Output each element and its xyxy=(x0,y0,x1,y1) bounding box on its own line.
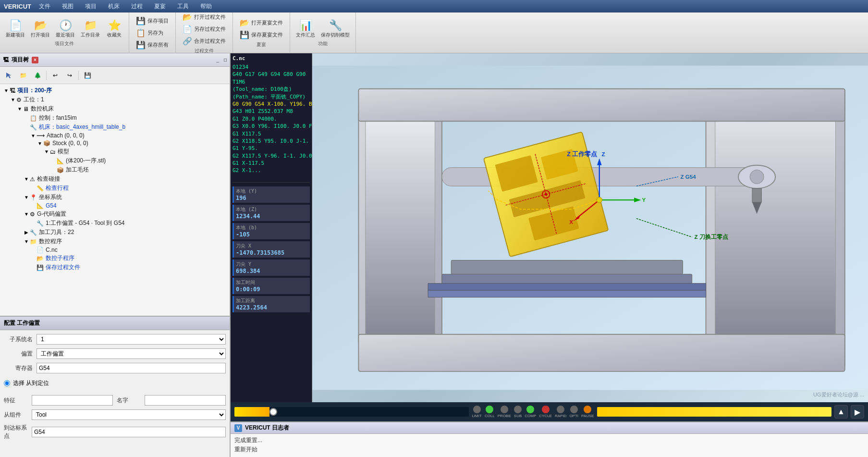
to-input[interactable] xyxy=(32,427,226,437)
from-label: 从组件 xyxy=(4,411,28,419)
save-process-icon: 📄 xyxy=(183,25,192,34)
xia-buttons: 📂 打开夏宴文件 💾 保存夏宴文件 xyxy=(237,17,286,40)
limit-indicator[interactable]: LIMIT xyxy=(472,406,481,418)
save-process-button[interactable]: 📄 另存过程文件 xyxy=(180,24,229,35)
nc-line-0: O1234 xyxy=(232,63,310,71)
tree-item-machine[interactable]: 🔧 机床：basic_4axes_hmill_table_b xyxy=(2,123,228,132)
tree-item-nc-prog[interactable]: ▼ 📁 数控程序 xyxy=(2,237,228,246)
tree-item-g54[interactable]: 📐 G54 xyxy=(2,202,228,210)
tree-item-cnc[interactable]: ▼ 🖥 数控机床 xyxy=(2,104,228,113)
pause-label: PAUSE xyxy=(581,414,594,418)
save-project-button[interactable]: 💾 保存项目 xyxy=(133,15,171,26)
name-input[interactable] xyxy=(145,395,226,406)
cycle-indicator[interactable]: CYCLE xyxy=(539,406,552,418)
tree-save-btn[interactable]: 💾 xyxy=(81,69,94,82)
tree-item-stock[interactable]: ▼ 📦 Stock (0, 0, 0) xyxy=(2,139,228,147)
progress-bar-container[interactable] xyxy=(234,407,469,417)
feature-input[interactable] xyxy=(32,395,113,406)
tree-item-cnc-file[interactable]: 📄 C.nc xyxy=(2,246,228,254)
new-project-button[interactable]: 📄 新建项目 xyxy=(4,18,27,39)
tree-redo-btn[interactable]: ↪ xyxy=(63,69,76,82)
tree-item-tools[interactable]: ▶ 🔧 加工刀具：22 xyxy=(2,228,228,237)
menu-summer[interactable]: 夏宴 xyxy=(150,1,170,12)
radio-select[interactable] xyxy=(4,380,10,386)
tree-item-control[interactable]: 📋 控制：fan15im xyxy=(2,113,228,123)
save-all-button[interactable]: 💾 保存所有 xyxy=(133,39,171,50)
arrow-stock: ▼ xyxy=(37,141,43,146)
arrow-gcode: ▼ xyxy=(23,211,30,217)
probe-indicator[interactable]: PROBE xyxy=(498,406,511,418)
save-as-label: 另存为 xyxy=(147,29,163,37)
subsystem-label: 子系统名 xyxy=(4,335,33,344)
menu-machine[interactable]: 机床 xyxy=(104,1,123,12)
tree-item-check-path[interactable]: 📏 检查行程 xyxy=(2,184,228,193)
info-dist-value: 4223.2564 xyxy=(236,304,308,311)
coll-indicator[interactable]: COLL xyxy=(485,406,495,418)
from-select[interactable]: Tool xyxy=(32,409,226,420)
tree-item-offset[interactable]: 🔧 1:工作偏置 - G54 · Tool 到 G54 xyxy=(2,219,228,228)
menu-file[interactable]: 文件 xyxy=(35,1,54,12)
arrow-model: ▼ xyxy=(43,149,50,154)
progress-handle[interactable] xyxy=(269,408,277,416)
comp-indicator[interactable]: COMP xyxy=(525,406,536,418)
save-xia-label: 保存夏宴文件 xyxy=(251,31,283,38)
work-dir-button[interactable]: 📁 工作目录 xyxy=(79,18,102,39)
tree-item-model[interactable]: ▼ 🗂 模型 xyxy=(2,147,228,156)
svg-text:Z: Z xyxy=(602,151,605,157)
opti-indicator[interactable]: OPTI xyxy=(569,406,578,418)
menu-help[interactable]: 帮助 xyxy=(196,1,216,12)
rapid-indicator[interactable]: RAPID xyxy=(555,406,566,418)
menu-process[interactable]: 过程 xyxy=(127,1,147,12)
maximize-btn[interactable]: □ xyxy=(224,57,227,62)
save-buttons: 💾 保存项目 📋 另存为 💾 保存所有 xyxy=(133,15,171,50)
tree-item-subprog[interactable]: 📂 数控子程序 xyxy=(2,254,228,263)
subsystem-select[interactable]: 1 xyxy=(37,334,226,345)
3d-viewport[interactable]: Z Y X Z 工作零点 Z G54 Z 刀换工零点 xyxy=(312,53,868,402)
save-cut-model-button[interactable]: 🔧 保存切削模型 xyxy=(319,18,352,39)
offset-select[interactable]: 工作偏置 xyxy=(37,348,226,359)
log-icon-text: V xyxy=(237,425,240,431)
tree-cursor-btn[interactable] xyxy=(2,69,15,82)
info-tip-x-value: -1470.73153685 xyxy=(236,249,308,256)
tree-item-setup[interactable]: ▼ ⚙ 工位：1 xyxy=(2,95,228,104)
label-tools: 加工刀具：22 xyxy=(39,228,74,236)
project-tree-close[interactable]: × xyxy=(32,57,38,63)
open-process-button[interactable]: 📂 打开过程文件 xyxy=(180,12,229,23)
tree-item-coord[interactable]: ▼ 📍 坐标系统 xyxy=(2,193,228,202)
nav-right-btn[interactable]: ▶ xyxy=(851,405,864,419)
tree-item-collision[interactable]: ▼ ⚠ 检查碰撞 xyxy=(2,174,228,184)
recent-project-button[interactable]: 🕐 最近项目 xyxy=(54,18,77,39)
minimize-btn[interactable]: _ xyxy=(216,57,219,62)
menu-tools[interactable]: 工具 xyxy=(173,1,193,12)
tree-item-save-proc[interactable]: 💾 保存过程文件 xyxy=(2,263,228,272)
coll-label: COLL xyxy=(485,414,495,418)
icon-collision: ⚠ xyxy=(30,176,35,183)
file-summary-button[interactable]: 📊 文件汇总 xyxy=(294,18,317,39)
nav-up-btn[interactable]: ▲ xyxy=(834,405,848,419)
menu-project[interactable]: 项目 xyxy=(81,1,100,12)
save-as-button[interactable]: 📋 另存为 xyxy=(133,27,171,38)
tree-item-blank[interactable]: 📦 加工毛坯 xyxy=(2,165,228,174)
menu-view[interactable]: 视图 xyxy=(58,1,77,12)
open-project-button[interactable]: 📂 打开项目 xyxy=(29,18,52,39)
radio-label: 选择 从到定位 xyxy=(13,379,49,387)
tree-folder-btn[interactable]: 📁 xyxy=(16,69,30,82)
merge-process-button[interactable]: 🔗 合并过程文件 xyxy=(180,36,229,47)
sub-indicator[interactable]: SUB xyxy=(514,406,522,418)
pause-indicator[interactable]: PAUSE xyxy=(581,406,594,418)
tree-undo-btn[interactable]: ↩ xyxy=(49,69,62,82)
nc-code-panel[interactable]: C.nc O1234 G40 G17 G49 G94 G80 G90 T1M6 … xyxy=(231,53,312,402)
tree-item-project[interactable]: ▼ 🏗 项目：200-序 xyxy=(2,86,228,95)
tree-item-stl[interactable]: 📐 (体200-一序.stl) xyxy=(2,156,228,165)
register-input[interactable] xyxy=(37,363,226,373)
tree-item-gcode[interactable]: ▼ ⚙ G-代码偏置 xyxy=(2,210,228,219)
icon-coord: 📍 xyxy=(30,194,37,201)
favorites-button[interactable]: ⭐ 收藏夹 xyxy=(104,18,125,39)
open-xia-button[interactable]: 📂 打开夏宴文件 xyxy=(237,17,286,28)
save-xia-button[interactable]: 💾 保存夏宴文件 xyxy=(237,29,286,40)
nc-line-1: G40 G17 G49 G94 G80 G90 xyxy=(232,71,310,78)
label-stl: (体200-一序.stl) xyxy=(66,157,106,165)
tree-item-attach[interactable]: ▼ ⟿ Attach (0, 0, 0) xyxy=(2,132,228,139)
tree-tree-btn[interactable]: 🌲 xyxy=(31,69,44,82)
svg-rect-2 xyxy=(715,103,836,334)
